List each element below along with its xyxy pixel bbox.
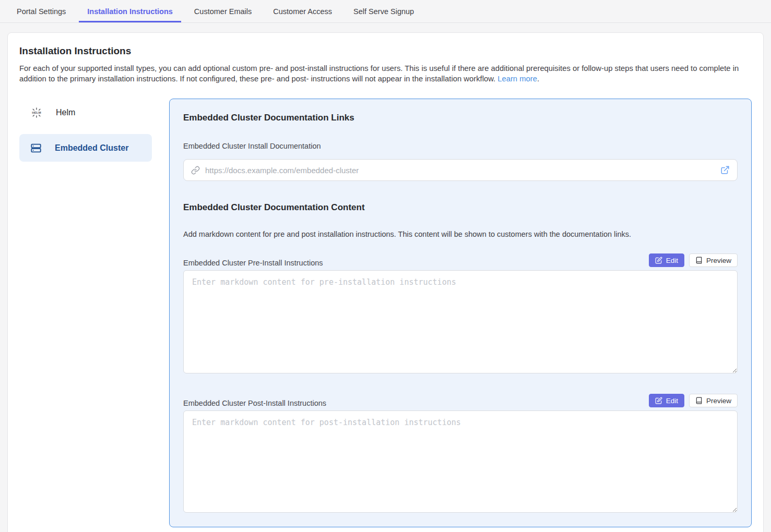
preview-book-icon [695,257,703,264]
edit-button-label: Edit [666,257,678,264]
install-doc-url-input[interactable] [205,166,715,175]
tab-installation-instructions[interactable]: Installation Instructions [79,0,181,22]
doc-content-heading: Embedded Cluster Documentation Content [183,202,738,213]
edit-icon [655,257,662,264]
post-install-label: Embedded Cluster Post-Install Instructio… [183,399,326,407]
post-install-mode-toggle: Edit Preview [649,394,738,407]
preview-button-label: Preview [706,257,731,264]
page-description-text: For each of your supported install types… [19,64,739,83]
embedded-cluster-panel: Embedded Cluster Documentation Links Emb… [169,99,752,527]
sidebar-item-label: Embedded Cluster [55,143,128,153]
tab-self-serve-signup[interactable]: Self Serve Signup [345,0,422,22]
tab-portal-settings[interactable]: Portal Settings [8,0,74,22]
edit-icon [655,397,662,404]
install-type-nav: HELM Helm Embedded Cluster [19,99,152,527]
post-install-edit-button[interactable]: Edit [649,394,684,407]
edit-button-label: Edit [666,397,678,405]
learn-more-link[interactable]: Learn more [497,75,537,83]
pre-install-label: Embedded Cluster Pre-Install Instruction… [183,259,323,267]
post-install-textarea[interactable] [183,410,738,513]
sidebar-item-embedded-cluster[interactable]: Embedded Cluster [19,134,152,162]
link-icon [191,166,200,175]
post-install-preview-button[interactable]: Preview [689,394,738,407]
svg-text:HELM: HELM [32,111,41,114]
page-title: Installation Instructions [19,45,752,57]
pre-install-textarea[interactable] [183,270,738,373]
content-row: HELM Helm Embedded Cluster [19,99,752,527]
tab-customer-access[interactable]: Customer Access [265,0,340,22]
pre-install-edit-button[interactable]: Edit [649,253,684,267]
page-description: For each of your supported install types… [19,63,752,84]
preview-button-label: Preview [706,397,731,405]
sidebar-item-helm[interactable]: HELM Helm [19,99,152,126]
pre-install-preview-button[interactable]: Preview [689,253,738,267]
sidebar-item-label: Helm [56,108,75,117]
helm-icon: HELM [30,106,43,119]
doc-links-heading: Embedded Cluster Documentation Links [183,113,738,123]
doc-content-description: Add markdown content for pre and post in… [183,230,738,238]
post-install-header-row: Embedded Cluster Post-Install Instructio… [183,394,738,407]
tab-customer-emails[interactable]: Customer Emails [186,0,260,22]
server-stack-icon [30,142,42,154]
external-link-icon[interactable] [720,165,730,175]
settings-card: Installation Instructions For each of yo… [7,32,764,532]
install-doc-url-field [183,159,738,181]
pre-install-mode-toggle: Edit Preview [649,253,738,267]
page-description-period: . [537,75,539,83]
pre-install-header-row: Embedded Cluster Pre-Install Instruction… [183,253,738,267]
install-doc-label: Embedded Cluster Install Documentation [183,142,738,150]
top-tab-bar: Portal Settings Installation Instruction… [0,0,771,23]
preview-book-icon [695,397,703,404]
